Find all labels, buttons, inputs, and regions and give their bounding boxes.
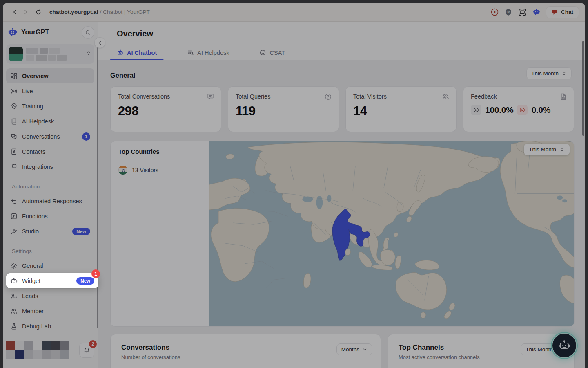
conversations-period-select[interactable]: Months (336, 343, 372, 355)
conversations-chat-icon (10, 133, 18, 140)
leads-user-check-icon (10, 292, 18, 300)
address-bar[interactable]: chatbot.yourgpt.ai / Chatbot | YourGPT (49, 9, 150, 15)
map-period-select[interactable]: This Month (524, 144, 570, 155)
sidebar-header: YourGPT (8, 25, 94, 40)
training-brain-icon (10, 103, 18, 110)
stat-card-total-queries: Total Queries 119 (228, 86, 339, 132)
bottom-cards-row: Conversations Number of conversations Mo… (110, 334, 575, 368)
widget-robot-icon (10, 277, 18, 285)
sidebar-item-member[interactable]: Member (6, 303, 94, 319)
integrations-puzzle-icon (10, 163, 18, 171)
general-header-row: General This Month (110, 69, 574, 81)
tab-label: CSAT (270, 49, 285, 56)
nav-label: Widget (22, 278, 40, 284)
tab-ai-chatbot[interactable]: AI Chatbot (110, 45, 164, 60)
stat-card-feedback: Feedback 100.0% 0.0% (463, 86, 574, 132)
sidebar-item-live[interactable]: Live (6, 83, 94, 99)
bell-icon (83, 347, 90, 354)
top-countries-heading: Top Countries (118, 148, 201, 155)
member-users-icon (10, 307, 18, 315)
functions-icon (10, 213, 18, 220)
sidebar-search-button[interactable] (82, 26, 94, 39)
help-circle-icon (324, 93, 332, 101)
sidebar-item-training[interactable]: Training (6, 99, 94, 114)
sidebar-item-contacts[interactable]: Contacts (6, 144, 94, 159)
nav-label: General (22, 263, 43, 269)
sidebar-item-debug-lab[interactable]: Debug Lab (6, 319, 94, 334)
forward-button[interactable] (20, 7, 31, 18)
sidebar-item-general[interactable]: General (6, 258, 94, 273)
dashboard-content: General This Month Total Conversations 2… (98, 60, 585, 368)
sidebar-collapse-button[interactable] (94, 37, 105, 48)
negative-frown-icon (517, 105, 528, 115)
chevron-left-icon (98, 40, 102, 45)
general-heading: General (110, 72, 135, 79)
profile-row[interactable]: 2 (6, 341, 94, 359)
screenshot-extension-icon[interactable] (518, 8, 526, 16)
notifications-bell-button[interactable]: 2 (79, 343, 94, 358)
list-search-icon (187, 49, 194, 56)
contacts-card-icon (10, 148, 18, 155)
browser-window: chatbot.yourgpt.ai / Chatbot | YourGPT U… (3, 3, 585, 368)
bell-notification-badge: 2 (89, 340, 97, 348)
nav-label: Member (22, 308, 44, 314)
sidebar-item-overview[interactable]: Overview (6, 68, 94, 83)
shield-extension-icon[interactable]: UO (505, 9, 512, 16)
nav-label: Integrations (22, 164, 53, 170)
sidebar-item-automated-responses[interactable]: Automated Responses (6, 193, 94, 209)
chat-widget-robot-icon (558, 339, 571, 352)
back-button[interactable] (9, 7, 20, 18)
tabs-bar: AI Chatbot AI Helpdesk CSAT (110, 45, 292, 60)
chevron-down-icon (362, 347, 368, 352)
sidebar-item-ai-helpdesk[interactable]: AI Helpdesk (6, 114, 94, 129)
nav-label: Contacts (22, 148, 45, 155)
period-value: This Month (529, 146, 556, 153)
nav-label: Studio (22, 228, 39, 235)
widget-new-badge: New (76, 277, 94, 285)
redacted-workspace-name (26, 48, 67, 61)
country-row-india[interactable]: 13 Visitors (118, 166, 201, 175)
reload-button[interactable] (33, 7, 44, 18)
period-value: This Month (526, 346, 553, 352)
main-scrollbar[interactable] (582, 41, 584, 136)
stat-value: 119 (236, 104, 331, 119)
nav-label: Automated Responses (22, 198, 82, 204)
chevrons-up-down-icon (559, 147, 565, 152)
sidebar-item-studio[interactable]: Studio New (6, 224, 94, 239)
message-square-icon (207, 93, 214, 101)
conversations-chart-card: Conversations Number of conversations Mo… (110, 334, 381, 368)
yourgpt-extension-icon[interactable] (532, 8, 540, 16)
stat-value: 298 (118, 104, 214, 119)
sidebar-item-conversations[interactable]: Conversations 1 (6, 129, 94, 144)
helpdesk-book-icon (10, 118, 18, 125)
period-value: Months (341, 346, 359, 352)
chevrons-up-down-icon (561, 71, 567, 76)
widget-notification-badge: 1 (91, 269, 100, 278)
video-extension-icon[interactable] (491, 8, 499, 16)
chat-widget-button[interactable] (552, 334, 576, 357)
chat-bubble-icon (552, 9, 558, 16)
india-flag-icon (118, 166, 127, 175)
world-map[interactable]: This Month (209, 141, 574, 326)
workspace-caret-icon (86, 50, 91, 58)
browser-chat-button[interactable]: Chat (546, 7, 579, 18)
tab-csat[interactable]: CSAT (252, 45, 292, 60)
sidebar-item-integrations[interactable]: Integrations (6, 159, 94, 174)
debug-lab-flask-icon (10, 323, 18, 330)
sidebar-nav-automation: Automated Responses Functions Studio New (6, 193, 94, 239)
positive-feedback-value: 100.0% (485, 105, 513, 115)
general-period-select[interactable]: This Month (526, 67, 572, 79)
tab-ai-helpdesk[interactable]: AI Helpdesk (180, 45, 236, 60)
stat-label: Total Visitors (353, 93, 449, 100)
tab-label: AI Chatbot (127, 49, 157, 56)
stats-row: Total Conversations 298 Total Queries 11… (110, 86, 574, 132)
workspace-selector[interactable] (6, 44, 94, 64)
automation-section-label: Automation (12, 184, 40, 190)
sidebar-item-widget[interactable]: Widget New 1 (6, 273, 98, 288)
sidebar-item-leads[interactable]: Leads (6, 288, 94, 303)
sidebar-divider (9, 179, 91, 179)
chat-button-label: Chat (561, 9, 573, 15)
sidebar-item-functions[interactable]: Functions (6, 209, 94, 224)
yourgpt-logo-icon (8, 27, 18, 37)
period-value: This Month (531, 70, 559, 76)
